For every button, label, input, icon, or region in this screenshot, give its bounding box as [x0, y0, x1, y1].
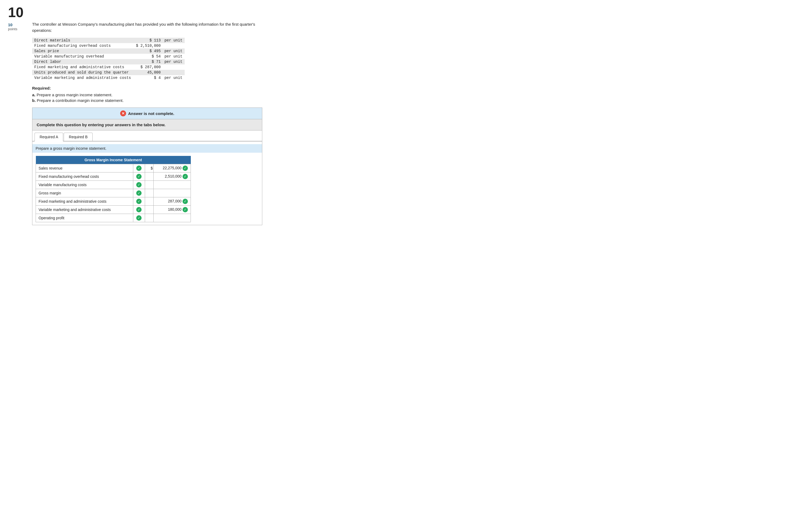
data-row-unit: per unit [163, 38, 185, 43]
data-row-label: Direct materials [32, 38, 134, 43]
data-row-label: Units produced and sold during the quart… [32, 70, 134, 75]
data-row-value: $ 287,000 [134, 64, 163, 70]
income-row-value: 22,275,000 ✓ [153, 164, 191, 173]
income-row-check-label: ✓ [133, 164, 145, 173]
income-row-dollar [145, 197, 153, 206]
check-icon: ✓ [182, 207, 188, 212]
income-row-label: Operating profit [36, 214, 133, 222]
income-row-dollar [145, 189, 153, 197]
data-row-label: Sales price [32, 48, 134, 54]
data-row-unit: per unit [163, 59, 185, 64]
income-statement-table: Gross Margin Income Statement Sales reve… [36, 156, 191, 222]
income-table-title: Gross Margin Income Statement [36, 156, 191, 164]
points-label: points [8, 27, 30, 31]
income-row-check-label: ✓ [133, 214, 145, 222]
income-row-value [153, 214, 191, 222]
income-row-check-label: ✓ [133, 181, 145, 189]
data-row-unit: per unit [163, 54, 185, 59]
required-item: a. Prepare a gross margin income stateme… [32, 93, 804, 97]
data-row-label: Fixed marketing and administrative costs [32, 64, 134, 70]
income-row-check-label: ✓ [133, 173, 145, 181]
tab-a-content: Prepare a gross margin income statement.… [32, 141, 262, 225]
income-row-label: Variable marketing and administrative co… [36, 206, 133, 214]
question-number: 10 [8, 5, 804, 19]
income-row-value: 2,510,000 ✓ [153, 173, 191, 181]
income-row-value [153, 181, 191, 189]
check-icon: ✓ [136, 165, 141, 171]
points-number: 10 [8, 22, 30, 27]
check-icon: ✓ [136, 215, 141, 221]
income-row-value: 180,000 ✓ [153, 206, 191, 214]
data-row-unit [163, 70, 185, 75]
data-row-value: $ 113 [134, 38, 163, 43]
income-row-label: Sales revenue [36, 164, 133, 173]
income-row-value [153, 189, 191, 197]
tab-required-a[interactable]: Required A [35, 133, 63, 141]
data-row-value: 45,000 [134, 70, 163, 75]
income-row-check-label: ✓ [133, 189, 145, 197]
income-row-check-label: ✓ [133, 206, 145, 214]
income-row-check-label: ✓ [133, 197, 145, 206]
tabs-row: Required A Required B [32, 130, 262, 141]
data-table: Direct materials$ 113per unitFixed manuf… [32, 38, 185, 80]
intro-text: The controller at Wesson Company's manuf… [32, 21, 273, 34]
data-row-value: $ 54 [134, 54, 163, 59]
income-row-label: Gross margin [36, 189, 133, 197]
data-row-value: $ 495 [134, 48, 163, 54]
data-row-unit [163, 64, 185, 70]
check-icon: ✓ [182, 174, 188, 179]
check-icon: ✓ [136, 199, 141, 204]
check-icon: ✓ [182, 199, 188, 204]
income-row-dollar [145, 181, 153, 189]
income-row-dollar [145, 206, 153, 214]
data-row-value: $ 71 [134, 59, 163, 64]
error-icon: ✕ [120, 111, 126, 116]
income-row-dollar: $ [145, 164, 153, 173]
income-row-label: Fixed manufacturing overhead costs [36, 173, 133, 181]
data-row-value: $ 4 [134, 75, 163, 80]
check-icon: ✓ [136, 182, 141, 187]
tab-a-description: Prepare a gross margin income statement. [32, 144, 262, 153]
data-row-unit [163, 43, 185, 48]
tab-required-b[interactable]: Required B [64, 133, 93, 141]
income-row-label: Fixed marketing and administrative costs [36, 197, 133, 206]
banner-text: Answer is not complete. [128, 111, 174, 116]
check-icon: ✓ [136, 174, 141, 179]
income-row-dollar [145, 173, 153, 181]
income-row-value: 287,000 ✓ [153, 197, 191, 206]
check-icon: ✓ [182, 165, 188, 171]
data-row-label: Fixed manufacturing overhead costs [32, 43, 134, 48]
complete-instruction: Complete this question by entering your … [32, 119, 262, 130]
answer-box: ✕ Answer is not complete. Complete this … [32, 107, 262, 225]
data-row-label: Variable manufacturing overhead [32, 54, 134, 59]
data-row-unit: per unit [163, 75, 185, 80]
check-icon: ✓ [136, 207, 141, 212]
required-item: b. Prepare a contribution margin income … [32, 98, 804, 103]
data-row-label: Variable marketing and administrative co… [32, 75, 134, 80]
data-row-value: $ 2,510,000 [134, 43, 163, 48]
check-icon: ✓ [136, 190, 141, 196]
required-title: Required: [32, 86, 804, 91]
data-row-label: Direct labor [32, 59, 134, 64]
income-row-dollar [145, 214, 153, 222]
incomplete-banner: ✕ Answer is not complete. [32, 108, 262, 119]
income-row-label: Variable manufacturing costs [36, 181, 133, 189]
data-row-unit: per unit [163, 48, 185, 54]
